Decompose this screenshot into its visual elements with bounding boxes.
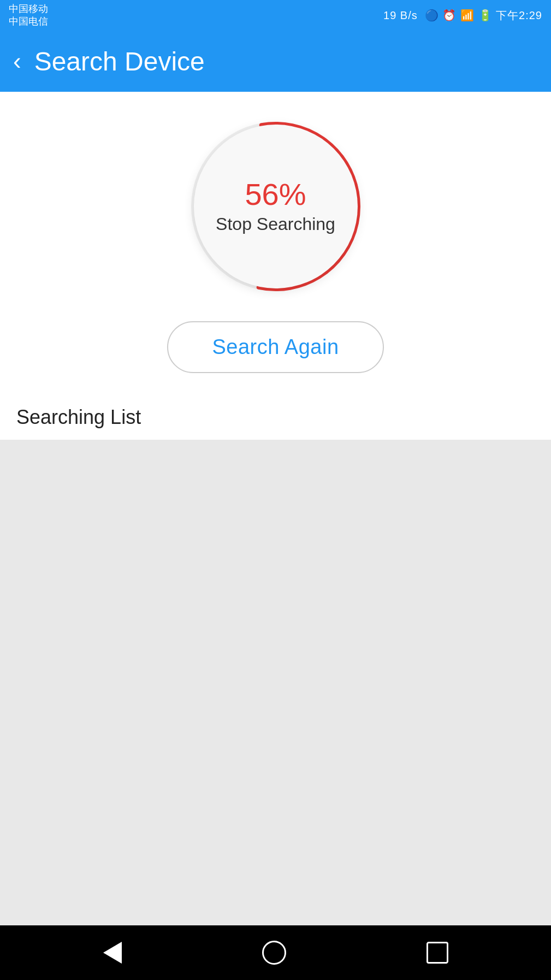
home-nav-icon bbox=[262, 941, 286, 965]
searching-list-title: Searching List bbox=[16, 406, 535, 429]
time-display: 下午2:29 bbox=[496, 9, 542, 21]
network-speed: 19 B/s bbox=[383, 9, 418, 21]
back-nav-icon bbox=[103, 942, 122, 964]
searching-list-content bbox=[0, 440, 551, 925]
stop-searching-text: Stop Searching bbox=[216, 214, 335, 234]
status-bar-right: 19 B/s 🔵 ⏰ 📶 🔋 下午2:29 bbox=[383, 8, 542, 23]
bottom-navigation bbox=[0, 925, 551, 980]
carrier-top: 中国移动 bbox=[9, 3, 48, 15]
recents-nav-icon bbox=[426, 942, 448, 964]
progress-percent: 56% bbox=[245, 179, 306, 210]
status-bar: 中国移动 中国电信 19 B/s 🔵 ⏰ 📶 🔋 下午2:29 bbox=[0, 0, 551, 31]
page-title: Search Device bbox=[34, 46, 205, 76]
circle-inner[interactable]: 56% Stop Searching bbox=[194, 125, 358, 288]
carrier-bottom: 中国电信 bbox=[9, 15, 48, 28]
search-again-button[interactable]: Search Again bbox=[167, 321, 383, 373]
progress-container[interactable]: 56% Stop Searching bbox=[183, 114, 369, 299]
back-nav-button[interactable] bbox=[103, 942, 122, 964]
main-content: 56% Stop Searching Search Again Searchin… bbox=[0, 92, 551, 925]
home-nav-button[interactable] bbox=[262, 941, 286, 965]
searching-list-section: Searching List bbox=[0, 395, 551, 440]
back-button[interactable]: ‹ bbox=[13, 49, 21, 73]
progress-circle-wrapper[interactable]: 56% Stop Searching bbox=[183, 114, 369, 299]
app-bar: ‹ Search Device bbox=[0, 31, 551, 92]
carrier-info: 中国移动 中国电信 bbox=[9, 3, 48, 28]
recents-nav-button[interactable] bbox=[426, 942, 448, 964]
